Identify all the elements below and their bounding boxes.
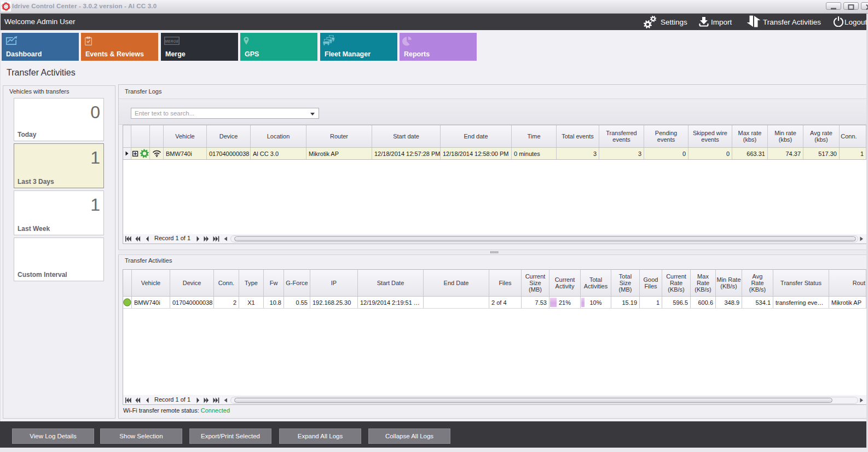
svg-text:MERGE: MERGE [165, 39, 179, 43]
